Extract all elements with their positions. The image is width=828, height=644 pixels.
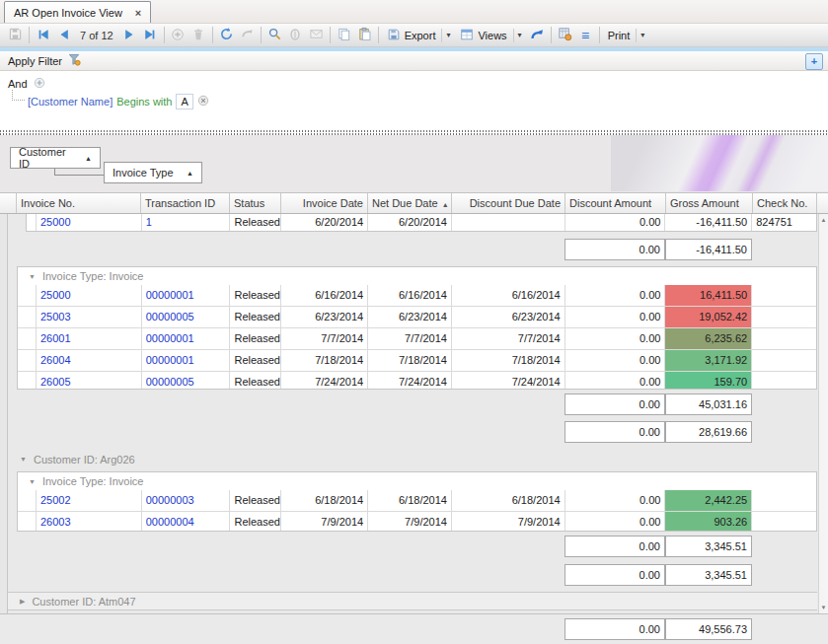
- sort-asc-icon: ▲: [187, 170, 193, 177]
- export-button[interactable]: Export ▾: [382, 26, 456, 45]
- summary-discount-amount: 0.00: [565, 564, 665, 586]
- summary-discount-amount: 0.00: [565, 394, 665, 415]
- table-row[interactable]: 25000 1 Released 6/20/2014 6/20/2014 0.0…: [27, 214, 816, 232]
- cell-transaction-id[interactable]: 00000005: [142, 372, 231, 390]
- attachments-button[interactable]: [285, 26, 306, 45]
- row-indent-cell: [18, 512, 37, 532]
- views-dropdown-arrow[interactable]: ▾: [513, 29, 522, 42]
- cell-discount-amount: 0.00: [565, 490, 666, 511]
- group-button-customer-id[interactable]: Customer ID ▲: [10, 147, 101, 169]
- cell-transaction-id[interactable]: 00000001: [142, 350, 231, 371]
- save-button[interactable]: [5, 26, 26, 45]
- scroll-up-icon[interactable]: ▲: [819, 215, 828, 225]
- column-header-status[interactable]: Status: [230, 193, 281, 213]
- cell-discount-amount: 0.00: [565, 214, 666, 231]
- collapse-triangle-icon: ▼: [29, 273, 36, 280]
- condition-comparison[interactable]: Begins with: [116, 96, 172, 107]
- filter-expand-button[interactable]: +: [805, 53, 823, 70]
- cell-invoice-no[interactable]: 26005: [37, 372, 142, 390]
- next-record-button[interactable]: [119, 26, 140, 45]
- paste-button[interactable]: [354, 26, 375, 45]
- sort-asc-icon: ▲: [442, 201, 449, 208]
- summary-gross-amount: 3,345.51: [665, 536, 752, 557]
- cell-transaction-id[interactable]: 00000001: [142, 328, 231, 349]
- row-indent-cell: [18, 372, 37, 390]
- cell-transaction-id[interactable]: 00000001: [142, 285, 231, 306]
- group-header-invoice-type[interactable]: ▼ Invoice Type: Invoice: [18, 267, 816, 285]
- vertical-scrollbar[interactable]: ▲ ▼: [818, 214, 828, 613]
- decorative-swoosh: [611, 135, 828, 191]
- table-row[interactable]: 26001 00000001 Released 7/7/2014 7/7/201…: [18, 328, 816, 350]
- group-box-invoice-type: ▼ Invoice Type: Invoice 25000 00000001 R…: [17, 266, 817, 390]
- filter-operator[interactable]: And: [8, 78, 28, 90]
- table-row[interactable]: 25003 00000005 Released 6/23/2014 6/23/2…: [18, 307, 816, 328]
- summary-gross-amount: 45,031.16: [665, 394, 752, 415]
- table-row[interactable]: 25000 00000001 Released 6/16/2014 6/16/2…: [18, 285, 816, 307]
- attachment-icon: [288, 28, 302, 43]
- cell-invoice-no[interactable]: 25003: [37, 307, 142, 327]
- first-record-icon: [37, 28, 50, 43]
- cell-check-no: [752, 350, 816, 371]
- scroll-down-icon[interactable]: ▼: [819, 603, 828, 612]
- undo-button[interactable]: [527, 26, 548, 45]
- group-header-invoice-type[interactable]: ▼ Invoice Type: Invoice: [18, 472, 816, 490]
- cell-invoice-no[interactable]: 25000: [37, 285, 142, 306]
- column-header-transaction-id[interactable]: Transaction ID: [141, 193, 230, 213]
- collapse-triangle-icon: ▼: [20, 456, 27, 463]
- print-dropdown-arrow[interactable]: ▾: [636, 29, 644, 42]
- group-button-invoice-type[interactable]: Invoice Type ▲: [104, 162, 202, 183]
- preview-button[interactable]: [264, 26, 285, 45]
- tab-close-icon[interactable]: ×: [135, 7, 141, 19]
- column-header-invoice-no[interactable]: Invoice No.: [17, 193, 141, 213]
- views-button[interactable]: Views ▾: [455, 26, 526, 45]
- delete-record-button[interactable]: [188, 26, 209, 45]
- cell-net-due-date: 6/16/2014: [368, 285, 452, 306]
- export-label: Export: [405, 30, 436, 41]
- cell-transaction-id[interactable]: 00000004: [142, 512, 231, 532]
- column-header-discount-amount[interactable]: Discount Amount: [565, 193, 666, 213]
- menu-button[interactable]: ≡: [575, 26, 596, 45]
- add-condition-icon[interactable]: [34, 77, 45, 91]
- cell-gross-amount: 2,442.25: [665, 490, 752, 511]
- table-row[interactable]: 26004 00000001 Released 7/18/2014 7/18/2…: [18, 350, 816, 372]
- last-record-button[interactable]: [140, 26, 161, 45]
- column-header-invoice-date[interactable]: Invoice Date: [281, 193, 368, 213]
- cell-invoice-date: 7/7/2014: [281, 328, 368, 349]
- cell-invoice-no[interactable]: 26001: [37, 328, 142, 349]
- condition-value[interactable]: A: [176, 94, 192, 109]
- cell-invoice-no[interactable]: 26003: [37, 512, 142, 532]
- apply-filter-button[interactable]: Apply Filter: [8, 55, 62, 67]
- group-header-customer-arg026[interactable]: ▼ Customer ID: Arg026: [8, 451, 817, 467]
- table-row[interactable]: 25002 00000003 Released 6/18/2014 6/18/2…: [18, 490, 816, 512]
- tab-ar-open-invoice-view[interactable]: AR Open Invoice View ×: [4, 1, 151, 23]
- cell-invoice-no[interactable]: 25002: [37, 490, 142, 511]
- first-record-button[interactable]: [33, 26, 53, 45]
- mail-button[interactable]: [306, 26, 327, 45]
- cell-transaction-id[interactable]: 1: [142, 214, 231, 231]
- export-dropdown-arrow[interactable]: ▾: [441, 29, 450, 42]
- cell-check-no: [752, 512, 816, 532]
- group-header-customer-atm047[interactable]: ▶ Customer ID: Atm047: [8, 592, 817, 610]
- add-record-button[interactable]: [168, 26, 188, 45]
- column-header-gross-amount[interactable]: Gross Amount: [666, 193, 753, 213]
- cell-invoice-no[interactable]: 26004: [37, 350, 142, 371]
- copy-button[interactable]: [334, 26, 354, 45]
- cell-transaction-id[interactable]: 00000003: [142, 490, 231, 511]
- toolbar-separator: [261, 27, 262, 43]
- field-chooser-button[interactable]: [555, 26, 575, 45]
- print-button[interactable]: Print ▾: [603, 26, 650, 45]
- table-row[interactable]: 26005 00000005 Released 7/24/2014 7/24/2…: [18, 372, 816, 390]
- cell-invoice-no[interactable]: 25000: [37, 214, 142, 231]
- column-header-net-due-date[interactable]: Net Due Date▲: [368, 193, 452, 213]
- cell-transaction-id[interactable]: 00000005: [142, 307, 231, 327]
- undo-small-button[interactable]: [237, 26, 258, 45]
- summary-gross-amount: 3,345.51: [665, 564, 752, 586]
- cell-net-due-date: 7/7/2014: [368, 328, 452, 349]
- remove-condition-icon[interactable]: [197, 95, 209, 108]
- column-header-check-no[interactable]: Check No.: [753, 193, 817, 213]
- previous-record-button[interactable]: [53, 26, 74, 45]
- column-header-discount-due-date[interactable]: Discount Due Date: [452, 193, 565, 213]
- table-row[interactable]: 26003 00000004 Released 7/9/2014 7/9/201…: [18, 512, 816, 532]
- condition-field[interactable]: [Customer Name]: [28, 96, 113, 107]
- refresh-button[interactable]: [216, 26, 237, 45]
